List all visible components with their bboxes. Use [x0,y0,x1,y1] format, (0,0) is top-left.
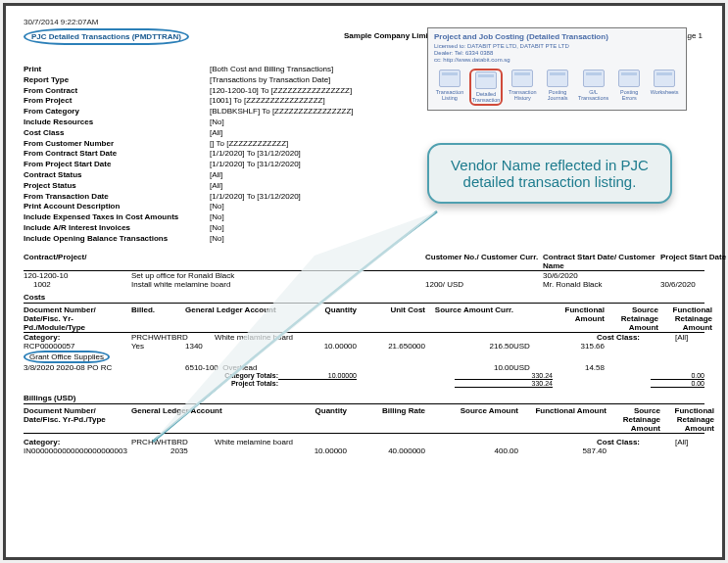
toolbar-icon [511,70,533,87]
tb-posting-errors[interactable]: Posting Errors [613,69,645,106]
toolbar-icon [439,70,461,87]
tb-label: Posting Errors [614,89,644,101]
tb-posting-journals[interactable]: Posting Journals [542,69,573,106]
company-name: Sample Company Limited [344,31,440,40]
callout-text: Vendor Name reflected in PJC detailed tr… [451,157,649,190]
tb-label: Posting Journals [543,89,572,101]
toolbar-icon [547,70,568,87]
callout-bubble: Vendor Name reflected in PJC detailed tr… [427,143,672,204]
bcat-label: Category: [24,438,131,446]
param-label: Report Type [24,75,210,86]
param-value: [120-1200-10] To [ZZZZZZZZZZZZZZZZ] [210,86,352,97]
toolbar-title: Project and Job Costing (Detailed Transa… [434,32,680,41]
catt-reta: 0.00 [651,372,704,380]
ch: Document Number/ Date/Fisc. Yr-Pd./Modul… [24,305,131,332]
param-value: [All] [210,181,222,192]
bh: Functional Amount [518,406,607,433]
vendor-name-oval: Grant Office Supplies [24,351,110,363]
param-value: [1/1/2020] To [31/12/2020] [210,160,301,170]
tb-worksheets[interactable]: Worksheets [649,69,680,106]
arrow-icon [143,207,447,451]
toolbar-icon [583,70,605,87]
report-datetime: 30/7/2014 9:22:07AM [24,18,99,26]
param-value: [All] [210,170,222,181]
bh: Functional Retainage Amount [660,406,714,433]
tb-transaction-history[interactable]: Transaction History [507,69,538,106]
doc-no: RCP00000057 [24,342,131,351]
dealer-line: Dealer: Tel: 6334 0388 [434,50,493,56]
vendor-name: Grant Office Supplies [29,352,104,361]
proj-start: 30/6/2020 [660,280,728,289]
param-label: From Customer Number [24,139,210,150]
col-startdate: Contract Start Date/ Customer Name [543,253,660,270]
param-label: Cost Class [24,128,210,139]
curr2: USD [513,363,538,372]
cost-class-val: [All] [675,333,704,342]
tb-label: Worksheets [651,89,679,95]
report-title: PJC Detailed Transactions (PMDTTRAN) [31,32,181,41]
param-label: Contract Status [24,170,210,181]
tb-gl-transactions[interactable]: G/L Transactions [577,69,609,106]
ch: Functional Retainage Amount [658,305,712,332]
bcc-val: [All] [675,438,704,446]
toolbar-icon [618,70,640,87]
param-label: From Project Start Date [24,160,210,170]
toolbar-icon [475,71,497,89]
bh: Document Number/ Date/Fisc. Yr-Pd./Type [24,406,131,433]
project-id: 1002 [24,280,131,289]
param-value: [BLDBKSHLF] To [ZZZZZZZZZZZZZZZZ] [210,107,354,117]
param-label: From Contract Start Date [24,149,210,160]
toolbar-sub: Licensed to: DATABIT PTE LTD, DATABIT PT… [434,43,680,65]
toolbar-icons: Transaction Listing Detailed Transaction… [434,69,680,106]
cost-class-lbl: Cost Class: [597,333,675,342]
toolbar-panel: Project and Job Costing (Detailed Transa… [427,27,687,111]
projt-amt: 330.24 [455,380,553,388]
param-value: [Both Cost and Billing Transactions] [210,65,333,75]
license-line: Licensed to: DATABIT PTE LTD, DATABIT PT… [434,43,569,49]
param-label: Print [24,65,210,75]
bcc-lbl: Cost Class: [597,438,675,446]
funcamt2: 14.58 [538,363,605,372]
url-line: cc: http://www.databit.com.sg [434,57,510,63]
catt-amt: 330.24 [455,372,553,380]
param-label: From Contract [24,86,210,97]
report-title-oval: PJC Detailed Transactions (PMDTTRAN) [24,28,189,45]
tb-label: G/L Transactions [578,89,608,101]
param-value: [1001] To [ZZZZZZZZZZZZZZZZ] [210,96,325,107]
param-label: From Transaction Date [24,192,210,203]
contract-start: 30/6/2020 [543,271,660,280]
curr: USD [513,342,538,351]
param-value: [No] [210,117,224,128]
top-line: 30/7/2014 9:22:07AM [24,18,704,26]
report-page: 30/7/2014 9:22:07AM PJC Detailed Transac… [3,3,725,560]
param-value: [1/1/2020] To [31/12/2020] [210,192,301,203]
cust-name: Mr. Ronald Black [543,280,660,289]
ch: Source Retainage Amount [605,305,658,332]
param-value: [] To [ZZZZZZZZZZZZ] [210,139,288,150]
tb-label: Detailed Transaction [472,91,501,103]
param-label: From Category [24,107,210,117]
contract-id: 120-1200-10 [24,271,131,280]
tb-label: Transaction Listing [435,89,464,101]
tb-detailed-transaction[interactable]: Detailed Transaction [469,69,504,106]
toolbar-icon [654,70,675,87]
col-projstart: Project Start Date [660,253,728,270]
param-value: [Transactions by Transaction Date] [210,75,330,86]
projt-ret: 0.00 [651,380,704,388]
tb-transaction-listing[interactable]: Transaction Listing [434,69,465,106]
col-contract: Contract/Project/ [24,253,131,270]
param-value: [1/1/2020] To [31/12/2020] [210,149,301,160]
param-label: From Project [24,96,210,107]
bill-func: 587.40 [518,446,607,455]
funcamt: 315.66 [538,342,605,351]
param-label: Include Resources [24,117,210,128]
tb-label: Transaction History [508,89,537,101]
cat-label: Category: [24,333,131,342]
bh: Source Retainage Amount [607,406,660,433]
ch: Functional Amount [538,305,605,332]
param-label: Project Status [24,181,210,192]
doc-meta: 3/8/2020 2020-08 PO RC [24,363,131,372]
param-value: [All] [210,128,222,139]
